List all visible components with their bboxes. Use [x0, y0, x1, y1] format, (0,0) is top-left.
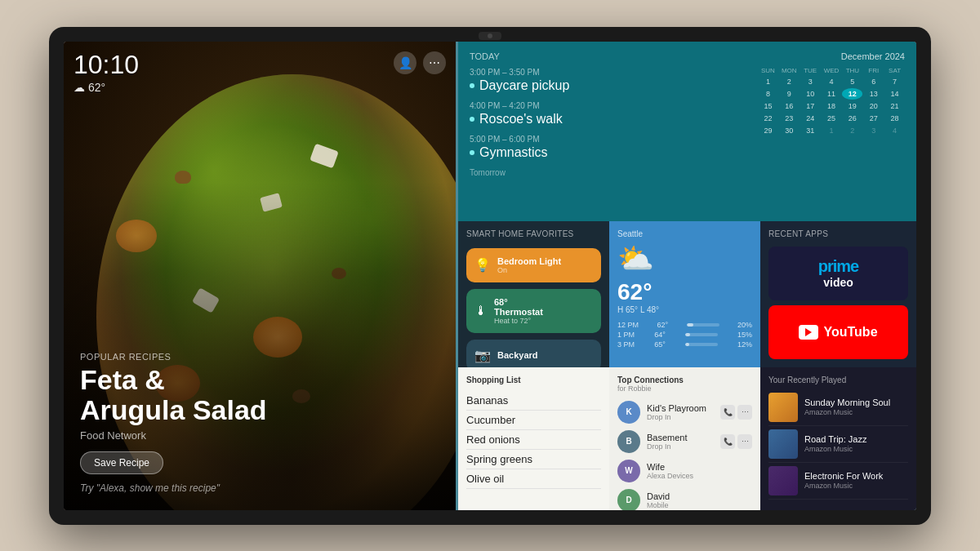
settings-icon[interactable]: ⋯	[423, 51, 446, 74]
cal-day[interactable]: 25	[822, 113, 842, 124]
cal-day[interactable]: 20	[863, 100, 884, 112]
prime-video-tile[interactable]: prime video	[768, 247, 908, 300]
cal-day[interactable]: 24	[800, 113, 821, 124]
rp-info-2: Road Trip: Jazz Amazon Music	[804, 434, 908, 453]
connection-item-4[interactable]: D David Mobile	[617, 486, 752, 510]
cal-day[interactable]: 21	[884, 100, 905, 112]
top-icons: 👤 ⋯	[394, 51, 446, 74]
schedule-time-3: 5:00 PM – 6:00 PM	[470, 135, 748, 144]
conn-status-2: Drop In	[647, 442, 714, 451]
schedule-item: 4:00 PM – 4:20 PM Roscoe's walk	[470, 101, 748, 127]
rp-name-3: Electronic For Work	[804, 471, 908, 482]
conn-more-btn[interactable]: ⋯	[737, 405, 752, 420]
forecast-row-3: 3 PM 65° 12%	[617, 340, 752, 349]
schedule-item: 5:00 PM – 6:00 PM Gymnastics	[470, 135, 748, 160]
event-dot	[470, 83, 474, 88]
shopping-item-3[interactable]: Red onions	[466, 430, 601, 450]
cal-day[interactable]: 29	[758, 125, 778, 136]
cal-day[interactable]: 31	[800, 125, 821, 136]
connection-item-1[interactable]: K Kid's Playroom Drop In 📞 ⋯	[617, 398, 752, 427]
recipe-source: Food Network	[80, 429, 439, 442]
rp-info-1: Sunday Morning Soul Amazon Music	[804, 398, 908, 416]
cal-day[interactable]: 9	[779, 88, 800, 100]
cal-day[interactable]: 18	[822, 100, 842, 112]
cal-day[interactable]: 28	[884, 113, 905, 124]
conn-call-btn[interactable]: 📞	[720, 405, 735, 420]
smart-home-status-thermo: Heat to 72°	[494, 317, 593, 325]
cal-day[interactable]: 23	[779, 113, 800, 124]
cal-day[interactable]: 30	[779, 125, 800, 136]
rp-item-1[interactable]: Sunday Morning Soul Amazon Music	[768, 389, 908, 426]
cal-day[interactable]: 15	[758, 100, 778, 112]
cal-day-other: 2	[842, 125, 862, 136]
forecast-row-2: 1 PM 64° 15%	[617, 331, 752, 339]
cal-day[interactable]: 16	[779, 100, 800, 112]
conn-info-1: Kid's Playroom Drop In	[647, 403, 714, 421]
camera-icon: 📷	[474, 348, 491, 363]
schedule-left: Today 3:00 PM – 3:50 PM Daycare pickup 4…	[470, 51, 748, 213]
cal-day[interactable]: 19	[842, 100, 862, 112]
cal-header-thu: THU	[842, 66, 862, 75]
cal-day-today[interactable]: 12	[842, 88, 862, 100]
cal-day[interactable]: 13	[863, 88, 884, 100]
cal-day[interactable]: 14	[884, 88, 905, 100]
cal-day[interactable]: 11	[822, 88, 842, 100]
conn-info-2: Basement Drop In	[647, 433, 714, 451]
youtube-play-button	[799, 325, 818, 340]
cal-day[interactable]: 4	[822, 76, 842, 87]
connections-subtitle: for Robbie	[617, 384, 752, 393]
event-dot	[470, 117, 474, 122]
alexa-hint: Try "Alexa, show me this recipe"	[80, 482, 439, 494]
cal-day[interactable]: 10	[800, 88, 821, 100]
schedule-time-2: 4:00 PM – 4:20 PM	[470, 101, 748, 110]
cal-day[interactable]: 1	[758, 76, 778, 87]
smart-home-info: Backyard	[497, 350, 593, 360]
today-label: Today	[470, 51, 748, 61]
cal-day[interactable]: 7	[884, 76, 905, 87]
cal-day[interactable]: 6	[863, 76, 884, 87]
shopping-item-5[interactable]: Olive oil	[466, 469, 601, 489]
conn-more-btn-2[interactable]: ⋯	[737, 434, 752, 449]
cal-day[interactable]: 26	[842, 113, 862, 124]
smart-home-info: 68° Thermostat Heat to 72°	[494, 297, 593, 325]
conn-avatar-1: K	[617, 401, 640, 424]
rp-item-2[interactable]: Road Trip: Jazz Amazon Music	[768, 426, 908, 463]
recently-played-title: Your Recently Played	[768, 375, 908, 384]
smart-home-item-thermostat[interactable]: 🌡 68° Thermostat Heat to 72°	[466, 289, 601, 333]
recipe-top-bar: 10:10 ☁ 62° 👤 ⋯	[74, 51, 446, 94]
schedule-time-1: 3:00 PM – 3:50 PM	[470, 68, 748, 77]
conn-avatar-2: B	[617, 430, 640, 453]
user-icon[interactable]: 👤	[394, 51, 416, 74]
smart-home-item-bedroom[interactable]: 💡 Bedroom Light On	[466, 248, 601, 282]
recipe-info: Popular Recipes Feta & Arugula Salad Foo…	[80, 352, 439, 494]
weather-icon-large: ⛅	[617, 242, 752, 276]
cal-day-other: 3	[863, 125, 884, 136]
cal-header-sat: SAT	[884, 66, 905, 75]
smart-home-title: Smart Home Favorites	[466, 229, 601, 238]
connection-item-3[interactable]: W Wife Alexa Devices	[617, 456, 752, 486]
conn-name-3: Wife	[647, 462, 752, 472]
cal-day[interactable]: 27	[863, 113, 884, 124]
thermostat-temp: 68°	[494, 297, 593, 307]
cal-day[interactable]: 5	[842, 76, 862, 87]
right-panel: Today 3:00 PM – 3:50 PM Daycare pickup 4…	[458, 42, 916, 510]
conn-call-btn-2[interactable]: 📞	[720, 434, 735, 449]
shopping-item-2[interactable]: Cucumber	[466, 411, 601, 430]
cal-day[interactable]: 22	[758, 113, 778, 124]
cal-header-wed: WED	[822, 66, 842, 75]
youtube-tile[interactable]: YouTube	[768, 305, 908, 359]
cal-day-other: 4	[884, 125, 905, 136]
shopping-item-1[interactable]: Bananas	[466, 391, 601, 411]
smart-home-info: Bedroom Light On	[497, 256, 593, 274]
shopping-item-4[interactable]: Spring greens	[466, 450, 601, 469]
cal-day[interactable]: 2	[779, 76, 800, 87]
prime-icon: prime	[818, 257, 858, 276]
shopping-list-section: Shopping List Bananas Cucumber Red onion…	[458, 367, 609, 510]
cal-day[interactable]: 3	[800, 76, 821, 87]
rp-item-3[interactable]: Electronic For Work Amazon Music	[768, 463, 908, 500]
cal-day[interactable]: 17	[800, 100, 821, 112]
middle-row: Smart Home Favorites 💡 Bedroom Light On …	[458, 221, 916, 367]
cal-day[interactable]: 8	[758, 88, 778, 100]
connection-item-2[interactable]: B Basement Drop In 📞 ⋯	[617, 427, 752, 456]
save-recipe-button[interactable]: Save Recipe	[80, 451, 163, 474]
